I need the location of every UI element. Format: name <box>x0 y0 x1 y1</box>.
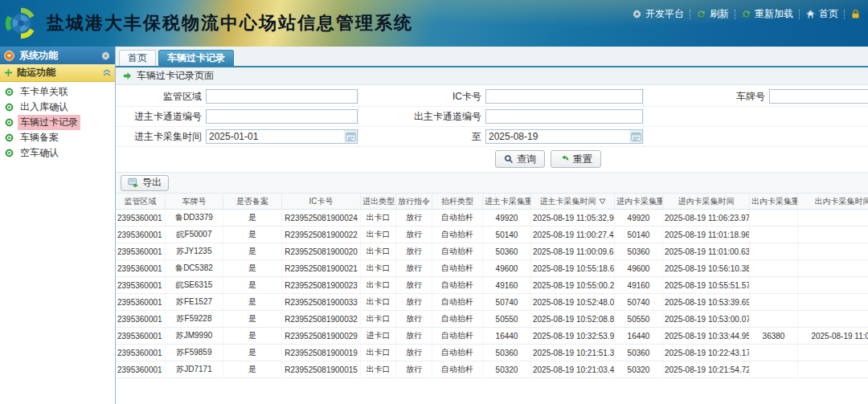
calendar-icon[interactable] <box>344 130 357 143</box>
records-table: 监管区域车牌号是否备案IC卡号进出类型放行指令抬杆类型进主卡采集重量进主卡采集时… <box>116 194 868 378</box>
column-header-1[interactable]: 监管区域 <box>116 194 166 209</box>
cell: 50140 <box>615 226 663 243</box>
nav-dev-platform[interactable]: 开发平台 <box>626 7 690 21</box>
cell: 16440 <box>615 328 663 344</box>
column-header-2[interactable]: 车牌号 <box>166 194 223 209</box>
menu-dot-icon <box>5 133 14 142</box>
sidebar-item-label: 车辆过卡记录 <box>18 115 80 130</box>
export-button[interactable]: 导出 <box>121 175 169 191</box>
refresh-icon <box>696 9 706 19</box>
cell: R239525081900019 <box>282 345 361 361</box>
table-row-2[interactable]: 2395360001皖F50007是R239525081900022出卡口放行自… <box>116 226 868 243</box>
cell: 2025-08-19 10:22:43.177 <box>663 345 750 361</box>
table-row-10[interactable]: 2395360001苏JD7171是R239525081900015出卡口放行自… <box>116 361 868 378</box>
cell: 出卡口 <box>361 210 396 226</box>
nav-home[interactable]: 首页 <box>800 7 844 21</box>
table-row-9[interactable]: 2395360001苏F59859是R239525081900019出卡口放行自… <box>116 345 868 361</box>
column-header-label: 进主卡采集重量 <box>485 196 531 207</box>
sidebar-item-truck-card-association[interactable]: 车卡单关联 <box>0 84 115 100</box>
plate-input[interactable] <box>769 89 868 104</box>
table-row-5[interactable]: 2395360001皖SE6315是R239525081900023出卡口放行自… <box>116 277 868 294</box>
collapse-icon[interactable] <box>103 69 111 76</box>
table-row-7[interactable]: 2395360001苏F59228是R239525081900032出卡口放行自… <box>116 311 868 328</box>
table-row-6[interactable]: 2395360001苏FE1527是R239525081900033出卡口放行自… <box>116 294 868 311</box>
in-channel-input[interactable] <box>206 109 358 124</box>
cell: 36380 <box>750 328 798 344</box>
column-header-13[interactable]: 出内卡采集时间 <box>798 194 868 209</box>
sidebar-title: 系统功能 <box>19 49 58 63</box>
sidebar-gear-icon[interactable] <box>100 51 111 61</box>
cell: 2395360001 <box>116 361 166 377</box>
cell: 2395360001 <box>116 226 166 243</box>
date-from-input[interactable] <box>206 129 358 144</box>
cell: 50360 <box>483 345 531 361</box>
column-header-5[interactable]: 进出类型 <box>361 194 396 209</box>
breadcrumb-label: 车辆过卡记录页面 <box>137 69 214 83</box>
nav-home-label: 首页 <box>819 7 838 21</box>
cell: R239525081900023 <box>282 277 361 293</box>
table-row-8[interactable]: 2395360001苏JM9990是R239525081900029进卡口放行自… <box>116 328 868 345</box>
orange-dropdown-icon <box>4 51 14 61</box>
nav-reload[interactable]: 重新加载 <box>735 7 799 21</box>
nav-lock[interactable] <box>845 9 866 19</box>
cell: 2025-08-19 11:01:00.637 <box>663 243 750 259</box>
menu-dot-icon <box>5 118 14 127</box>
table-row-4[interactable]: 2395360001鲁DC5382是R239525081900021出卡口放行自… <box>116 260 868 277</box>
column-header-12[interactable]: 出内卡采集重量 <box>750 194 798 209</box>
cell <box>798 226 868 243</box>
cell <box>798 294 868 310</box>
column-header-8[interactable]: 进主卡采集重量 <box>483 194 531 209</box>
column-header-7[interactable]: 抬杆类型 <box>432 194 483 209</box>
column-header-3[interactable]: 是否备案 <box>223 194 282 209</box>
date-to-input[interactable] <box>485 129 643 144</box>
cell: 2395360001 <box>116 345 166 361</box>
region-input[interactable] <box>206 89 358 104</box>
sidebar-item-vehicle-gate-records[interactable]: 车辆过卡记录 <box>0 115 115 130</box>
column-header-9[interactable]: 进主卡采集时间 <box>531 194 615 209</box>
reset-button[interactable]: 重置 <box>551 150 601 168</box>
home-icon <box>805 9 816 19</box>
table-row-1[interactable]: 2395360001鲁DD3379是R239525081900024出卡口放行自… <box>116 210 868 226</box>
cell <box>750 226 798 243</box>
cell: 2395360001 <box>116 294 166 310</box>
table-row-3[interactable]: 2395360001苏JY1235是R239525081900020出卡口放行自… <box>116 243 868 260</box>
cell: 49600 <box>483 260 531 276</box>
column-header-4[interactable]: IC卡号 <box>282 194 361 209</box>
sidebar-item-empty-truck-confirm[interactable]: 空车确认 <box>0 145 115 161</box>
cell: 2025-08-19 10:52:08.830 <box>531 311 615 327</box>
cell: 放行 <box>396 210 432 226</box>
column-header-label: 监管区域 <box>125 196 157 207</box>
cell: 出卡口 <box>361 277 396 293</box>
table-header-row: 监管区域车牌号是否备案IC卡号进出类型放行指令抬杆类型进主卡采集重量进主卡采集时… <box>116 194 868 210</box>
undo-arrow-icon <box>559 154 570 165</box>
top-nav: 开发平台刷新重新加载首页 <box>626 7 866 21</box>
column-header-11[interactable]: 进内卡采集时间 <box>663 194 750 209</box>
plus-leaf-icon <box>4 68 13 77</box>
sidebar-item-inout-warehouse-confirm[interactable]: 出入库确认 <box>0 100 115 115</box>
cell <box>750 277 798 293</box>
sidebar-section-header[interactable]: 陆运功能 <box>0 64 115 82</box>
tab-vehicle-gate-records[interactable]: 车辆过卡记录 <box>158 50 234 66</box>
nav-reload-label: 重新加载 <box>755 7 793 21</box>
cell: 是 <box>223 361 282 377</box>
cell: 是 <box>223 226 282 243</box>
cell: 自动抬杆 <box>432 294 483 310</box>
cell: R239525081900029 <box>282 328 361 344</box>
sidebar-item-vehicle-registration[interactable]: 车辆备案 <box>0 130 115 145</box>
column-header-label: IC卡号 <box>309 196 334 207</box>
cell: 2025-08-19 11:00:09.610 <box>531 243 615 259</box>
out-channel-input[interactable] <box>485 109 643 124</box>
column-header-6[interactable]: 放行指令 <box>396 194 432 209</box>
ic-card-input[interactable] <box>485 89 643 104</box>
column-header-10[interactable]: 进内卡采集重量 <box>615 194 663 209</box>
cell <box>798 345 868 361</box>
calendar-icon[interactable] <box>629 130 642 143</box>
in-channel-label: 进主卡通道编号 <box>116 107 206 126</box>
cell: 出卡口 <box>361 294 396 310</box>
nav-refresh[interactable]: 刷新 <box>690 7 735 21</box>
cell: 放行 <box>396 277 432 293</box>
tab-home[interactable]: 首页 <box>119 50 156 66</box>
cell: 皖F50007 <box>166 226 223 243</box>
sidebar-header[interactable]: 系统功能 <box>0 47 115 64</box>
query-button[interactable]: 查询 <box>495 150 545 168</box>
